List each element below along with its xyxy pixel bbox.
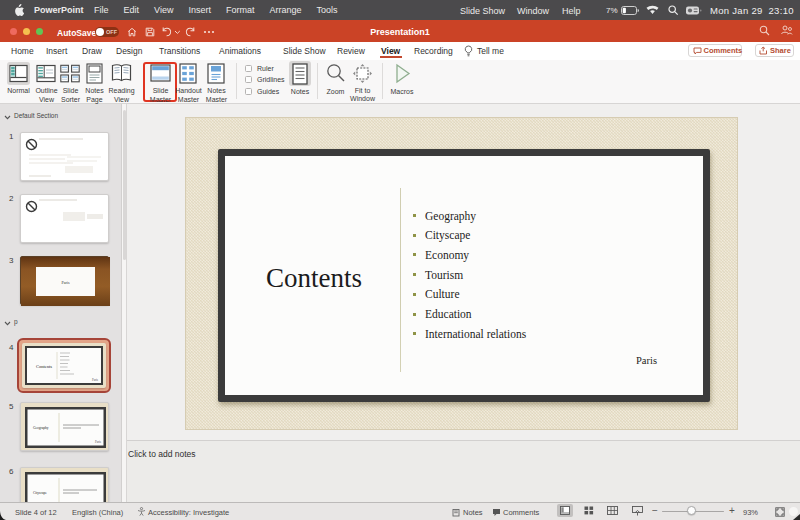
svg-text:Contents: Contents [36,364,52,369]
svg-text:Paris: Paris [95,440,102,444]
svg-text:Paris: Paris [62,280,70,285]
svg-text:Cityscape: Cityscape [33,491,47,495]
svg-text:Geography: Geography [33,426,49,430]
svg-text:Paris: Paris [92,378,99,382]
